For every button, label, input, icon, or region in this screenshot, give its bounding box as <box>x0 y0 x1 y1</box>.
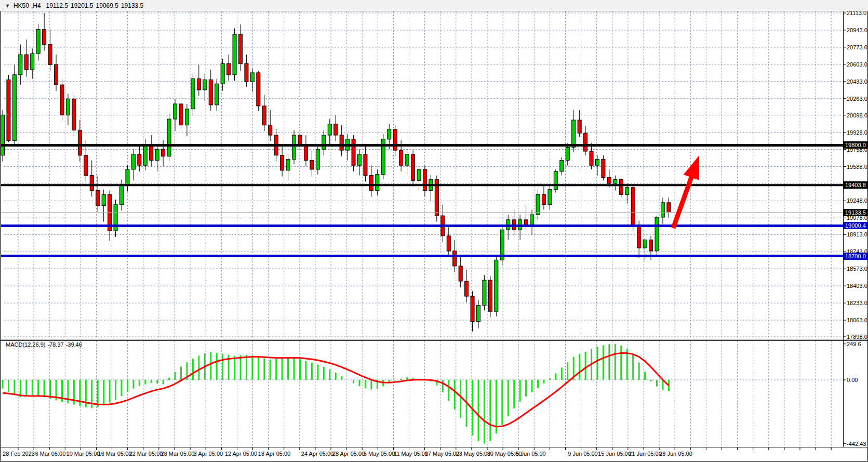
bear-candle-body <box>24 55 28 70</box>
bear-candle-body <box>257 73 260 106</box>
bull-candle-body <box>173 104 177 119</box>
bear-candle-body <box>239 34 243 63</box>
bear-candle-body <box>96 191 100 206</box>
trend-arrow-head <box>684 155 699 180</box>
bull-candle-body <box>548 190 552 205</box>
bear-candle-body <box>352 139 355 165</box>
bear-candle-body <box>227 63 231 74</box>
macd-signal-value: -39.46 <box>66 341 82 348</box>
bear-candle-body <box>584 133 587 151</box>
bull-candle-body <box>483 280 486 305</box>
chart-header: ▼ HK50-,H4 19112.5 19201.5 19069.5 19133… <box>0 0 868 11</box>
symbol-timeframe-label: HK50-,H4 <box>14 2 41 9</box>
bear-candle-body <box>162 149 165 156</box>
mt4-chart-window: ▼ HK50-,H4 19112.5 19201.5 19069.5 19133… <box>0 0 868 462</box>
bear-candle-body <box>7 80 10 140</box>
bear-candle-body <box>411 154 415 180</box>
bull-candle-body <box>477 306 480 322</box>
bull-candle-body <box>613 179 617 183</box>
bull-candle-body <box>215 84 219 105</box>
bull-candle-body <box>328 124 331 135</box>
bear-candle-body <box>667 203 671 213</box>
bull-candle-body <box>554 171 557 190</box>
bull-candle-body <box>643 240 647 248</box>
bull-candle-body <box>167 119 171 156</box>
bear-candle-body <box>150 144 153 160</box>
bear-candle-body <box>488 280 492 311</box>
bear-candle-body <box>459 266 462 281</box>
bull-candle-body <box>572 120 576 147</box>
bull-candle-body <box>316 149 319 169</box>
bull-candle-body <box>102 194 105 205</box>
bull-candle-body <box>560 161 564 171</box>
macd-indicator-label: MACD(12,26,9)-78.37-39.46 <box>6 341 84 348</box>
bull-candle-body <box>417 169 421 180</box>
bear-candle-body <box>447 236 450 251</box>
bull-candle-body <box>376 175 379 191</box>
chart-canvas[interactable] <box>0 0 868 462</box>
bear-candle-body <box>197 79 201 90</box>
bear-candle-body <box>43 30 46 45</box>
bear-candle-body <box>84 155 88 176</box>
bull-candle-body <box>155 149 159 160</box>
chart-dropdown-icon[interactable]: ▼ <box>5 3 10 8</box>
bear-candle-body <box>138 154 141 165</box>
bear-candle-body <box>310 161 314 169</box>
bear-candle-body <box>78 130 82 155</box>
ohlc-close-value: 19133.5 <box>121 2 143 9</box>
bear-candle-body <box>471 296 474 321</box>
bear-candle-body <box>281 155 284 170</box>
bull-candle-body <box>530 215 534 225</box>
bear-candle-body <box>298 135 302 145</box>
bull-candle-body <box>131 154 135 169</box>
bear-candle-body <box>60 85 64 115</box>
macd-name: MACD(12,26,9) <box>6 341 45 348</box>
bull-candle-body <box>185 109 189 125</box>
bear-candle-body <box>399 150 403 165</box>
bull-candle-body <box>66 99 70 115</box>
bear-candle-body <box>423 169 426 191</box>
bull-candle-body <box>233 34 236 75</box>
bull-candle-body <box>191 79 195 109</box>
bear-candle-body <box>393 129 397 150</box>
bull-candle-body <box>388 129 391 139</box>
bull-candle-body <box>596 160 599 166</box>
bear-candle-body <box>602 160 605 178</box>
bear-candle-body <box>55 64 58 85</box>
bear-candle-body <box>269 125 272 135</box>
bull-candle-body <box>358 154 362 165</box>
bull-candle-body <box>250 73 254 82</box>
macd-main-value: -78.37 <box>47 341 63 348</box>
bear-candle-body <box>340 135 343 150</box>
bear-candle-body <box>578 120 581 133</box>
bull-candle-body <box>322 135 326 149</box>
bear-candle-body <box>631 188 635 226</box>
bear-candle-body <box>262 106 266 125</box>
bull-candle-body <box>286 160 290 170</box>
bull-candle-body <box>203 80 207 89</box>
bull-candle-body <box>126 169 129 184</box>
bull-candle-body <box>221 63 224 84</box>
bear-candle-body <box>619 179 623 194</box>
macd-signal-line <box>3 353 669 427</box>
bull-candle-body <box>120 184 124 205</box>
bear-candle-body <box>304 145 308 160</box>
bull-candle-body <box>661 203 664 217</box>
bull-candle-body <box>655 217 659 251</box>
bear-candle-body <box>524 220 528 225</box>
bull-candle-body <box>566 147 569 160</box>
bear-candle-body <box>649 240 653 251</box>
bull-candle-body <box>12 75 16 141</box>
bull-candle-body <box>143 144 147 165</box>
bull-candle-body <box>292 135 296 160</box>
bull-candle-body <box>19 55 22 75</box>
bull-candle-body <box>36 30 40 54</box>
bull-candle-body <box>405 154 409 165</box>
ohlc-open-value: 19112.5 <box>46 2 69 9</box>
bull-candle-body <box>1 115 5 155</box>
bear-candle-body <box>369 176 373 191</box>
bear-candle-body <box>607 177 611 183</box>
trend-arrow-shaft <box>673 175 692 228</box>
bear-candle-body <box>637 226 641 248</box>
bear-candle-body <box>364 154 367 176</box>
